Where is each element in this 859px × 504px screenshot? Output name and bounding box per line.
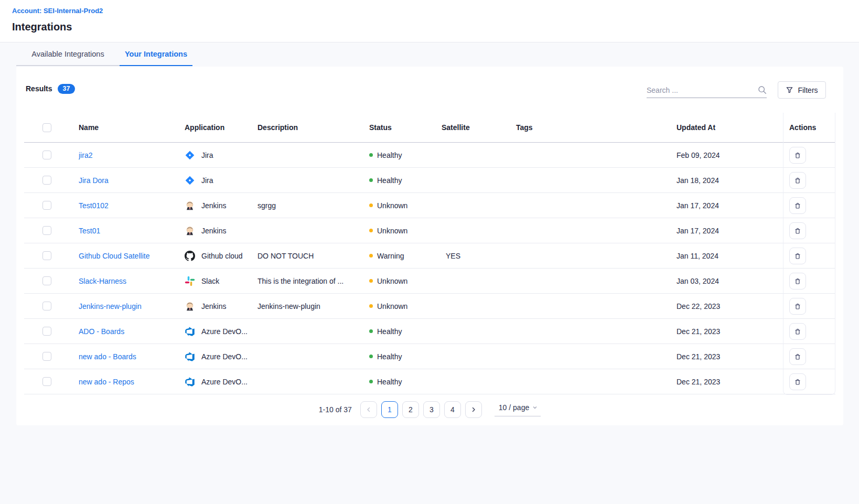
status-dot	[369, 329, 373, 333]
row-checkbox[interactable]	[42, 377, 51, 386]
row-checkbox[interactable]	[42, 201, 51, 210]
github-icon	[185, 251, 195, 261]
application-name: Azure DevO...	[201, 378, 248, 386]
table-row: jira2 Jira Healthy Feb 09, 2024	[24, 143, 835, 168]
trash-icon	[793, 302, 802, 310]
search-icon[interactable]	[758, 85, 767, 94]
tab-available-integrations[interactable]: Available Integrations	[16, 43, 120, 66]
trash-icon	[793, 378, 802, 386]
row-checkbox[interactable]	[42, 302, 51, 310]
integration-link[interactable]: ADO - Boards	[79, 327, 124, 336]
status-dot	[369, 380, 373, 383]
column-header-status: Status	[369, 123, 442, 132]
pagination-range-label: 1-10 of 37	[319, 405, 352, 414]
row-checkbox[interactable]	[42, 226, 51, 235]
pagination-page-3[interactable]: 3	[423, 401, 440, 418]
results-count-badge: 37	[58, 84, 76, 94]
pagination-page-1[interactable]: 1	[381, 401, 398, 418]
updated-at-cell: Jan 17, 2024	[677, 227, 783, 235]
integration-link[interactable]: Github Cloud Satellite	[79, 252, 149, 260]
row-checkbox[interactable]	[42, 176, 51, 185]
updated-at-cell: Dec 21, 2023	[677, 378, 783, 386]
row-checkbox[interactable]	[42, 251, 51, 260]
status-dot	[369, 279, 373, 283]
integrations-table: Name Application Description Status Sate…	[24, 113, 835, 394]
delete-button[interactable]	[789, 147, 806, 164]
pagination-page-2[interactable]: 2	[402, 401, 419, 418]
status-text: Healthy	[377, 151, 402, 159]
jenkins-icon	[185, 301, 195, 312]
chevron-right-icon	[470, 406, 477, 413]
application-name: Jenkins	[201, 201, 226, 210]
status-text: Healthy	[377, 176, 402, 185]
delete-button[interactable]	[789, 172, 806, 189]
row-checkbox[interactable]	[42, 327, 51, 336]
delete-button[interactable]	[789, 348, 806, 365]
column-header-description: Description	[257, 123, 369, 132]
azure-devops-icon	[185, 351, 195, 362]
application-name: Azure DevO...	[201, 352, 248, 361]
integration-link[interactable]: Test0102	[79, 201, 109, 210]
azure-devops-icon	[185, 377, 195, 387]
delete-button[interactable]	[789, 222, 806, 239]
status-dot	[369, 203, 373, 207]
delete-button[interactable]	[789, 273, 806, 289]
application-name: Github cloud	[201, 252, 243, 260]
updated-at-cell: Dec 21, 2023	[677, 352, 783, 361]
row-checkbox[interactable]	[42, 151, 51, 159]
trash-icon	[793, 151, 802, 159]
status-text: Unknown	[377, 277, 407, 285]
updated-at-cell: Dec 21, 2023	[677, 327, 783, 336]
status-text: Unknown	[377, 302, 407, 310]
status-text: Warning	[377, 252, 404, 260]
chevron-left-icon	[366, 406, 372, 413]
integration-link[interactable]: new ado - Repos	[79, 378, 134, 386]
application-name: Jenkins	[201, 227, 226, 235]
jenkins-icon	[185, 226, 195, 236]
search-input[interactable]	[647, 86, 758, 94]
delete-button[interactable]	[789, 323, 806, 340]
page-size-select[interactable]: 10 / page	[495, 403, 541, 416]
delete-button[interactable]	[789, 298, 806, 315]
column-header-satellite: Satellite	[442, 123, 516, 132]
table-row: Test0102 Jenkins sgrgg Unknown Jan 17, 2…	[24, 193, 835, 218]
table-row: ADO - Boards Azure DevO... Healthy Dec 2…	[24, 319, 835, 344]
table-row: Slack-Harness Slack This is the integrat…	[24, 269, 835, 294]
search-field[interactable]	[647, 82, 767, 98]
column-header-actions: Actions	[783, 123, 835, 132]
select-all-checkbox[interactable]	[42, 123, 51, 132]
tab-bar: Available Integrations Your Integrations	[0, 43, 859, 67]
integration-link[interactable]: Slack-Harness	[79, 277, 126, 285]
status-dot	[369, 229, 373, 232]
jira-icon	[185, 150, 195, 160]
table-row: new ado - Boards Azure DevO... Healthy D…	[24, 344, 835, 369]
tab-your-integrations[interactable]: Your Integrations	[120, 43, 192, 66]
azure-devops-icon	[185, 326, 195, 337]
trash-icon	[793, 252, 802, 260]
trash-icon	[793, 277, 802, 285]
filters-button[interactable]: Filters	[778, 81, 826, 99]
integration-link[interactable]: jira2	[79, 151, 92, 159]
integration-link[interactable]: Jira Dora	[79, 176, 109, 185]
column-header-name: Name	[79, 123, 185, 132]
table-row: Github Cloud Satellite Github cloud DO N…	[24, 243, 835, 269]
updated-at-cell: Dec 22, 2023	[677, 302, 783, 310]
row-checkbox[interactable]	[42, 276, 51, 285]
delete-button[interactable]	[789, 197, 806, 214]
pagination: 1-10 of 37 1 2 3 4 10 / page	[16, 401, 843, 418]
integration-link[interactable]: Test01	[79, 227, 100, 235]
updated-at-cell: Jan 03, 2024	[677, 277, 783, 285]
column-header-updated-at: Updated At	[677, 123, 783, 132]
integration-link[interactable]: Jenkins-new-plugin	[79, 302, 142, 310]
satellite-cell: YES	[442, 252, 516, 260]
pagination-prev-button[interactable]	[360, 401, 377, 418]
pagination-next-button[interactable]	[465, 401, 482, 418]
delete-button[interactable]	[789, 248, 806, 264]
integration-link[interactable]: new ado - Boards	[79, 352, 136, 361]
delete-button[interactable]	[789, 373, 806, 390]
account-breadcrumb[interactable]: Account: SEI-Internal-Prod2	[12, 7, 103, 15]
table-row: Jenkins-new-plugin Jenkins Jenkins-new-p…	[24, 294, 835, 319]
pagination-page-4[interactable]: 4	[444, 401, 461, 418]
row-checkbox[interactable]	[42, 352, 51, 361]
trash-icon	[793, 327, 802, 336]
